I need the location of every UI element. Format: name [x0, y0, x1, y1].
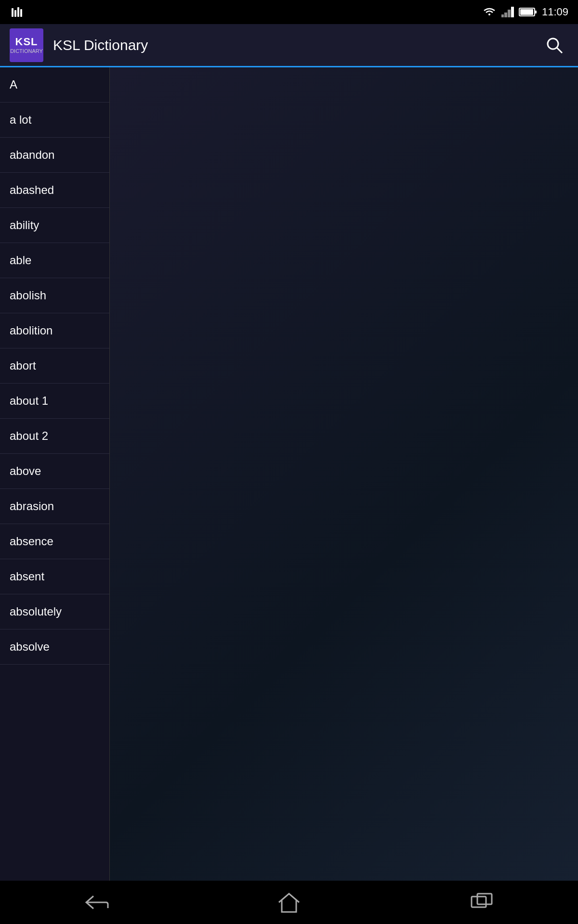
svg-marker-5: [508, 10, 511, 17]
svg-rect-14: [477, 894, 492, 904]
app-logo-text: KSL: [15, 37, 38, 47]
usb-icon: [10, 4, 25, 20]
back-icon: [84, 894, 109, 911]
svg-line-12: [557, 48, 562, 53]
app-bar: KSL DICTIONARY KSL Dictionary: [0, 24, 578, 67]
word-list: A a lotabandonabashedabilityableabolisha…: [0, 67, 110, 881]
list-item[interactable]: able: [0, 243, 109, 278]
svg-marker-6: [504, 13, 507, 17]
svg-rect-13: [472, 897, 486, 907]
app-logo: KSL DICTIONARY: [10, 28, 43, 62]
svg-rect-3: [20, 9, 22, 17]
list-item[interactable]: abolition: [0, 313, 109, 348]
list-item[interactable]: absolve: [0, 629, 109, 665]
list-item[interactable]: absent: [0, 559, 109, 594]
svg-point-11: [548, 38, 558, 49]
status-bar: 11:09: [0, 0, 578, 24]
svg-rect-2: [17, 7, 19, 17]
signal-icon: [501, 6, 514, 18]
svg-rect-9: [520, 9, 533, 15]
app-title: KSL Dictionary: [53, 37, 540, 53]
detail-pane: [110, 67, 578, 881]
recent-apps-button[interactable]: [462, 888, 501, 917]
list-item[interactable]: abashed: [0, 173, 109, 208]
svg-marker-4: [511, 7, 514, 17]
search-button[interactable]: [540, 31, 568, 59]
list-item[interactable]: absence: [0, 524, 109, 559]
list-item[interactable]: about 1: [0, 384, 109, 419]
list-item[interactable]: abort: [0, 348, 109, 384]
status-time: 11:09: [542, 6, 568, 18]
home-button[interactable]: [270, 888, 308, 917]
battery-icon: [519, 7, 537, 17]
list-item[interactable]: a lot: [0, 103, 109, 138]
wifi-icon: [482, 5, 497, 19]
list-item[interactable]: above: [0, 454, 109, 489]
word-list-header: A: [0, 67, 109, 103]
list-item[interactable]: absolutely: [0, 594, 109, 629]
status-bar-left: [10, 4, 25, 20]
svg-rect-1: [14, 10, 16, 17]
status-bar-right: 11:09: [482, 5, 568, 19]
back-button[interactable]: [77, 888, 116, 917]
bottom-nav: [0, 881, 578, 924]
main-content: A a lotabandonabashedabilityableabolisha…: [0, 67, 578, 881]
recent-apps-icon: [471, 893, 493, 912]
svg-rect-10: [535, 11, 537, 13]
list-item[interactable]: abolish: [0, 278, 109, 313]
svg-marker-7: [501, 14, 504, 17]
list-item[interactable]: abrasion: [0, 489, 109, 524]
search-icon: [545, 36, 564, 54]
list-item[interactable]: ability: [0, 208, 109, 243]
list-item[interactable]: about 2: [0, 419, 109, 454]
app-logo-sub: DICTIONARY: [10, 48, 43, 54]
home-icon: [278, 892, 300, 913]
list-item[interactable]: abandon: [0, 138, 109, 173]
svg-rect-0: [12, 8, 13, 17]
